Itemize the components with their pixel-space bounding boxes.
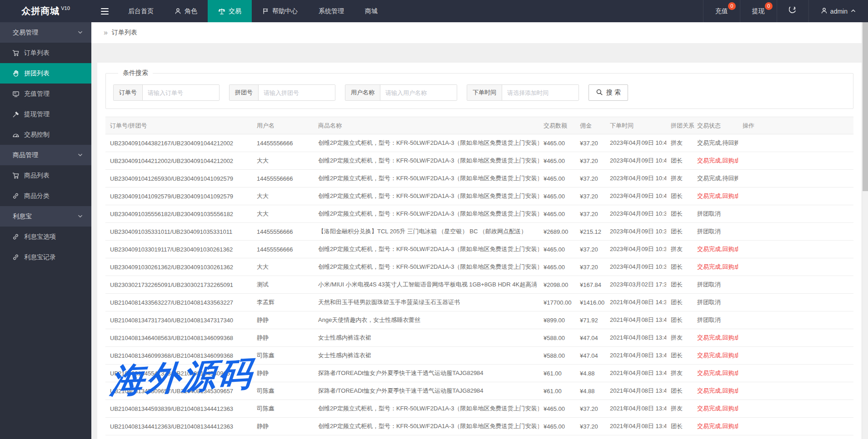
order-id-cell: UB2304091035331011/UB2304091035331011 — [105, 223, 252, 241]
table-head-row: 订单号/拼团号用户名商品名称交易数额佣金下单时间拼团关系交易状态操作 — [105, 117, 853, 134]
app-title: 众拼商城 — [21, 5, 60, 17]
time-cell: 2023年04月09日 10:44:21 — [605, 152, 666, 170]
product-cell: 创维2P定频立式柜机，型号：KFR-50LW/F2DA1A-3（限如皋地区免费送… — [314, 418, 539, 435]
sidebar-item-5[interactable]: 提现管理 — [0, 104, 91, 124]
sidebar-section-10[interactable]: 利息宝 — [0, 206, 91, 227]
product-cell: 创维2P定频立式柜机，型号：KFR-50LW/F2DA1A-3（限如皋地区免费送… — [314, 400, 539, 418]
commission-cell: ¥37.20 — [575, 170, 605, 187]
chevron-down-icon — [77, 30, 83, 37]
menu-item-2[interactable]: 角色 — [164, 0, 208, 22]
action-cell — [738, 187, 853, 205]
withdraw-button[interactable]: 提现 0 — [740, 0, 777, 22]
sidebar-item-3[interactable]: 拼团列表 — [0, 63, 91, 84]
relation-cell: 拼友 — [666, 170, 693, 187]
orders-table: 订单号/拼团号用户名商品名称交易数额佣金下单时间拼团关系交易状态操作 UB230… — [105, 117, 853, 439]
sidebar-item-12[interactable]: 利息宝记录 — [0, 247, 91, 267]
order-id-cell: UB2104081347317340/UB2104081347317340 — [105, 311, 252, 329]
menu-item-3[interactable]: 交易 — [208, 0, 252, 22]
action-cell — [738, 347, 853, 365]
product-cell: 创维2P定频立式柜机，型号：KFR-50LW/F2DA1A-3（限如皋地区免费送… — [314, 170, 539, 187]
time-cell: 2021年04月08日 13:47:31 — [605, 311, 666, 329]
search-button[interactable]: 搜 索 — [589, 84, 628, 101]
status-cell: 交易完成,回购成功 — [693, 329, 738, 347]
search-input-1[interactable] — [143, 85, 219, 100]
time-cell: 2023年04月09日 10:35:33 — [605, 223, 666, 241]
sidebar-item-8[interactable]: 商品列表 — [0, 165, 91, 186]
relation-cell: 团长 — [666, 276, 693, 294]
recharge-button[interactable]: 充值 0 — [703, 0, 740, 22]
menu-icon[interactable] — [91, 0, 118, 22]
commission-cell: ¥71.92 — [575, 311, 605, 329]
field-label: 订单号 — [114, 85, 143, 100]
table-row: UB2104081346099368/UB2104081346099368 司陈… — [105, 347, 853, 365]
commission-cell: ¥167.84 — [575, 276, 605, 294]
menu-item-4[interactable]: 帮助中心 — [252, 0, 308, 22]
user-menu[interactable]: admin — [808, 0, 868, 22]
product-cell: 创维2P定频立式柜机，型号：KFR-50LW/F2DA1A-3（限如皋地区免费送… — [314, 152, 539, 170]
menu-item-6[interactable]: 商城 — [354, 0, 388, 22]
amount-cell: ¥465.00 — [539, 205, 575, 223]
status-cell: 交易完成,回购成功 — [693, 258, 738, 276]
order-id-cell: UB2304091030261362/UB2304091030261362 — [105, 258, 252, 276]
sidebar-item-4[interactable]: 充值管理 — [0, 84, 91, 104]
commission-cell: ¥37.20 — [575, 205, 605, 223]
product-cell: 探路者/TOREADt恤女户外夏季快干速干透气运动服TAJG82984 — [314, 365, 539, 382]
product-cell: 创维2P定频立式柜机，型号：KFR-50LW/F2DA1A-3（限如皋地区免费送… — [314, 435, 539, 439]
sidebar-item-2[interactable]: 订单列表 — [0, 43, 91, 63]
search-panel: 条件搜索 订单号 拼团号 用户名称 下单时间 — [105, 69, 853, 109]
amount-cell: ¥2098.00 — [539, 276, 575, 294]
scrollbar-thumb[interactable] — [863, 22, 868, 191]
sidebar: 交易管理 订单列表 拼团列表 充值管理 提现管理 交易控制 商品管理 商品列表 … — [0, 22, 91, 439]
time-cell: 2023年04月09日 10:33:01 — [605, 241, 666, 258]
table-row: UB2304091035331011/UB2304091035331011 14… — [105, 223, 853, 241]
sidebar-section-1[interactable]: 交易管理 — [0, 22, 91, 43]
sidebar-section-7[interactable]: 商品管理 — [0, 145, 91, 165]
action-cell — [738, 294, 853, 311]
time-cell: 2021年04月08日 13:27:07 — [605, 435, 666, 439]
card: 条件搜索 订单号 拼团号 用户名称 下单时间 — [97, 63, 862, 439]
username-cell: 李孟辉 — [252, 294, 314, 311]
amount-cell: ¥588.00 — [539, 347, 575, 365]
gauge-icon — [12, 131, 20, 138]
action-cell — [738, 418, 853, 435]
status-cell: 拼团取消 — [693, 294, 738, 311]
order-id-cell: UB2104081344593839/UB2104081344412363 — [105, 400, 252, 418]
product-cell: 创维2P定频立式柜机，型号：KFR-50LW/F2DA1A-3（限如皋地区免费送… — [314, 258, 539, 276]
status-cell: 交易完成,回购成功 — [693, 418, 738, 435]
status-cell: 交易完成,回购成功 — [693, 365, 738, 382]
menu-item-1[interactable]: 后台首页 — [118, 0, 164, 22]
scrollbar[interactable] — [862, 22, 868, 439]
relation-cell: 团长 — [666, 294, 693, 311]
search-input-3[interactable] — [380, 85, 457, 100]
sidebar-item-6[interactable]: 交易控制 — [0, 124, 91, 145]
search-fields: 订单号 拼团号 用户名称 下单时间 搜 索 — [113, 84, 846, 101]
username-cell: 14455556666 — [252, 241, 314, 258]
search-input-4[interactable] — [502, 85, 579, 100]
username-cell: 司陈鑫 — [252, 400, 314, 418]
time-cell: 2021年04月08日 13:44:41 — [605, 418, 666, 435]
content: 条件搜索 订单号 拼团号 用户名称 下单时间 — [91, 43, 868, 439]
table-row: UB2104081327073727/UB2104081324092631 陈昌… — [105, 435, 853, 439]
order-id-cell: UB2304091041092579/UB2304091041092579 — [105, 187, 252, 205]
product-cell: 创维2P定频立式柜机，型号：KFR-50LW/F2DA1A-3（限如皋地区免费送… — [314, 134, 539, 152]
topbar-menu: 后台首页 角色 交易 帮助中心 系统管理 商城 — [118, 0, 388, 22]
sidebar-item-9[interactable]: 商品分类 — [0, 186, 91, 206]
refresh-button[interactable] — [777, 0, 808, 22]
topbar: 众拼商城 V10 后台首页 角色 交易 帮助中心 系统管理 商城 — [0, 0, 868, 22]
amount-cell: ¥465.00 — [539, 134, 575, 152]
username-cell: 14455556666 — [252, 134, 314, 152]
commission-cell: ¥4.88 — [575, 365, 605, 382]
menu-item-5[interactable]: 系统管理 — [308, 0, 354, 22]
username-cell: 陈昌 — [252, 435, 314, 439]
amount-cell: ¥899.00 — [539, 311, 575, 329]
search-input-2[interactable] — [259, 85, 335, 100]
sidebar-item-11[interactable]: 利息宝选项 — [0, 227, 91, 247]
action-cell — [738, 258, 853, 276]
amount-cell: ¥465.00 — [539, 152, 575, 170]
cart-icon — [12, 172, 20, 179]
flag-icon — [262, 8, 269, 15]
username-label: admin — [830, 8, 848, 15]
product-cell: 创维2P定频立式柜机，型号：KFR-50LW/F2DA1A-3（限如皋地区免费送… — [314, 187, 539, 205]
table-body: UB2304091044382167/UB2304091044212002 14… — [105, 134, 853, 439]
link-icon — [12, 254, 20, 261]
